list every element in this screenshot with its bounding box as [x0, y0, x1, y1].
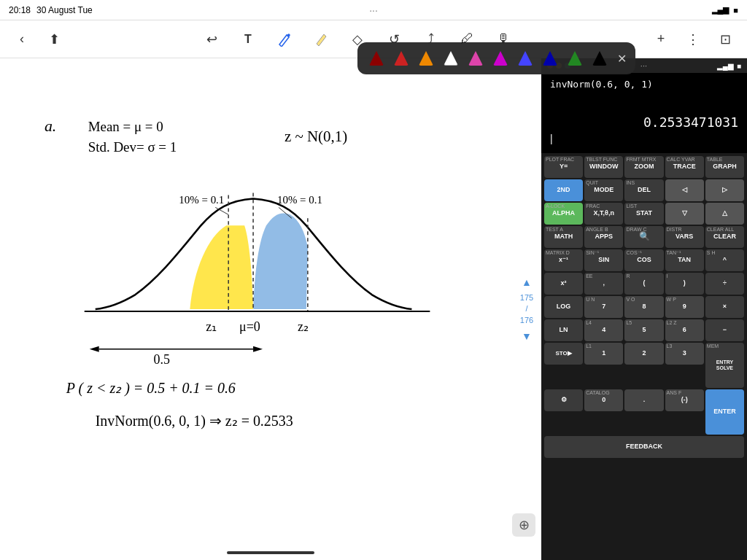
calc-btn-enter[interactable]: ENTER: [705, 389, 744, 435]
note-canvas[interactable]: a. Mean = μ = 0 Std. Dev= σ = 1 z ~ N(0,…: [0, 58, 541, 560]
gallery-button[interactable]: ⊡: [712, 26, 738, 52]
calc-btn-7[interactable]: U N7: [584, 296, 623, 318]
calc-btn-clear[interactable]: CLEAR ALLCLEAR: [705, 226, 744, 248]
calc-btn-graph[interactable]: TABLEGRAPH: [705, 156, 744, 178]
calc-btn-up[interactable]: △: [705, 203, 744, 225]
calc-btn-del[interactable]: INSDEL: [624, 179, 663, 201]
calc-btn-ln[interactable]: LN: [544, 319, 583, 341]
handwriting-content: a. Mean = μ = 0 Std. Dev= σ = 1 z ~ N(0,…: [0, 58, 541, 560]
calc-btn-cos[interactable]: COS⁻¹COS: [624, 249, 663, 271]
calc-btn-apps[interactable]: ANGLE BAPPS: [584, 226, 623, 248]
calc-btn-minus[interactable]: −: [705, 319, 744, 341]
status-date: 30 August Tue: [36, 5, 93, 15]
calc-btn-xinv[interactable]: MATRIX Dx⁻¹: [544, 249, 583, 271]
page-up-button[interactable]: ▲: [518, 273, 535, 291]
arrow-right-head: [253, 346, 263, 352]
calc-expression: invNorm(0.6, 0, 1): [550, 79, 738, 90]
calc-btn-lparen[interactable]: R(: [624, 273, 663, 295]
calc-row-2: 2ND QUITMODE INSDEL ◁ ▷: [544, 179, 744, 201]
calc-btn-left[interactable]: ◁: [665, 179, 704, 201]
calc-btn-8[interactable]: V O8: [624, 296, 663, 318]
calc-btn-2[interactable]: 2: [624, 343, 663, 365]
pen-icon: [277, 32, 292, 47]
color-swatch-3[interactable]: [441, 48, 461, 69]
calc-row-1: PLOT FRACY= TBLST FUNCWINDOW FRMT MTRXZO…: [544, 156, 744, 178]
highlighter-button[interactable]: [308, 26, 334, 52]
calc-btn-caret[interactable]: S H^: [705, 249, 744, 271]
calc-btn-sin[interactable]: SIN⁻¹SIN: [584, 249, 623, 271]
calc-btn-gear[interactable]: ⚙: [544, 389, 583, 411]
color-swatch-5[interactable]: [490, 48, 511, 69]
page-nav: ▲ 175 / 176 ▼: [518, 273, 535, 345]
calc-btn-negate[interactable]: ANS F(-): [665, 389, 704, 411]
calc-btn-multiply[interactable]: ×: [705, 296, 744, 318]
calc-btn-search[interactable]: DRAW C🔍: [624, 226, 663, 248]
calc-btn-entrysolve[interactable]: MEMENTRYSOLVE: [705, 343, 744, 388]
color-swatch-2[interactable]: [416, 48, 436, 69]
calculator-panel: ··· ▂▄▆ ■ invNorm(0.6, 0, 1) 0.253347103…: [541, 58, 747, 560]
page-down-button[interactable]: ▼: [518, 327, 535, 345]
calc-row-9: STO▶ L11 2 L33 MEMENTRYSOLVE: [544, 343, 744, 388]
bottom-line-indicator: [227, 551, 314, 554]
calc-btn-sto[interactable]: STO▶: [544, 343, 583, 365]
calc-btn-tan[interactable]: TAN⁻¹TAN: [665, 249, 704, 271]
mean-label: Mean = μ = 0: [88, 119, 163, 134]
menu-button[interactable]: ⋮: [680, 26, 706, 52]
zoom-button[interactable]: ⊕: [512, 513, 535, 537]
calc-row-10: ⚙ CATALOG0 . ANS F(-) ENTER: [544, 389, 744, 435]
calc-btn-down[interactable]: ▽: [665, 203, 704, 225]
calc-btn-rparen[interactable]: I): [665, 273, 704, 295]
calc-btn-4[interactable]: L44: [584, 319, 623, 341]
annotation-10pct-left: 10% = 0.1: [179, 194, 224, 206]
pen-tool-button[interactable]: [271, 26, 298, 52]
calc-btn-5[interactable]: L55: [624, 319, 663, 341]
color-swatch-9[interactable]: [589, 48, 610, 69]
calc-btn-mode[interactable]: QUITMODE: [584, 179, 623, 201]
calc-cursor: |: [550, 133, 738, 144]
calc-btn-math[interactable]: TEST AMATH: [544, 226, 583, 248]
color-swatch-4[interactable]: [465, 48, 486, 69]
color-swatch-1[interactable]: [391, 48, 411, 69]
status-dots: ···: [369, 4, 378, 16]
color-swatch-0[interactable]: [366, 48, 387, 69]
calc-btn-y-equals[interactable]: PLOT FRACY=: [544, 156, 583, 178]
calc-btn-alpha[interactable]: A-LOCKALPHA: [544, 203, 583, 225]
undo-button[interactable]: ↩: [198, 26, 225, 52]
calc-btn-9[interactable]: W P9: [665, 296, 704, 318]
calc-btn-dot[interactable]: .: [624, 389, 663, 411]
main-area: a. Mean = μ = 0 Std. Dev= σ = 1 z ~ N(0,…: [0, 58, 747, 560]
calc-btn-xtheta[interactable]: FRACX,T,θ,n: [584, 203, 623, 225]
calc-btn-log[interactable]: LOG: [544, 296, 583, 318]
calc-btn-trace[interactable]: CALC YVARTRACE: [665, 156, 704, 178]
calc-btn-2nd[interactable]: 2ND: [544, 179, 583, 201]
back-button[interactable]: ‹: [9, 26, 35, 52]
calc-btn-1[interactable]: L11: [584, 343, 623, 365]
calc-btn-zoom[interactable]: FRMT MTRXZOOM: [624, 156, 663, 178]
calc-btn-x2[interactable]: x²: [544, 273, 583, 295]
z1-label: z₁: [206, 319, 217, 334]
color-swatch-6[interactable]: [515, 48, 535, 69]
calc-row-8: LN L44 L55 L2 Z6 −: [544, 319, 744, 341]
color-picker-popup: ✕: [357, 42, 635, 74]
arrow-left-head: [90, 346, 99, 352]
color-picker-close[interactable]: ✕: [617, 52, 627, 66]
normal-dist-label: z ~ N(0,1): [285, 128, 347, 145]
calc-btn-vars[interactable]: DISTRVARS: [665, 226, 704, 248]
calc-title-dots: ···: [640, 61, 647, 70]
text-tool-button[interactable]: T: [235, 26, 261, 52]
color-swatch-8[interactable]: [565, 48, 585, 69]
calc-btn-stat[interactable]: LISTSTAT: [624, 203, 663, 225]
page-numbers: 175 / 176: [520, 292, 533, 326]
calc-btn-window[interactable]: TBLST FUNCWINDOW: [584, 156, 623, 178]
calc-btn-feedback[interactable]: FEEDBACK: [544, 436, 744, 458]
add-button[interactable]: +: [648, 26, 674, 52]
calc-btn-right[interactable]: ▷: [705, 179, 744, 201]
calc-btn-3[interactable]: L33: [665, 343, 704, 365]
calc-btn-0[interactable]: CATALOG0: [584, 389, 623, 411]
calc-btn-comma[interactable]: EE,: [584, 273, 623, 295]
calc-btn-divide[interactable]: ÷: [705, 273, 744, 295]
calc-btn-6[interactable]: L2 Z6: [665, 319, 704, 341]
color-swatch-7[interactable]: [540, 48, 560, 69]
share-button[interactable]: ⬆: [41, 26, 67, 52]
mu-label: μ=0: [239, 319, 260, 334]
